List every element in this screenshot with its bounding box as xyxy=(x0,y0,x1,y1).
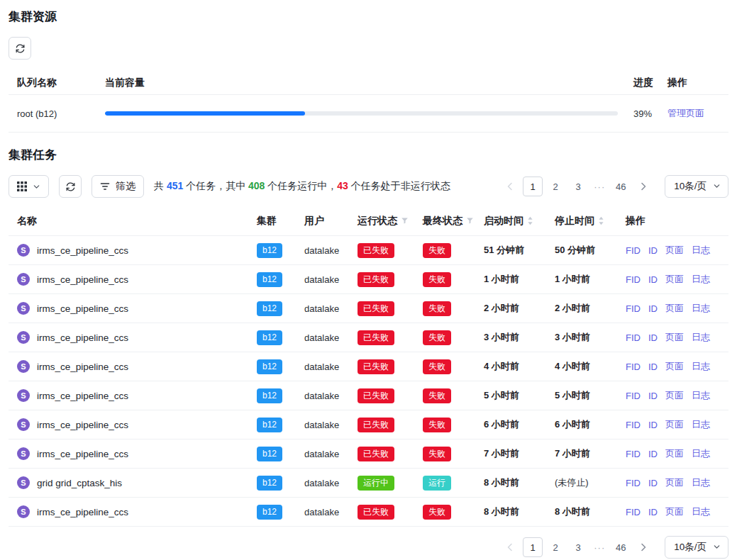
action-id-link[interactable]: ID xyxy=(648,332,658,343)
cluster-badge: b12 xyxy=(257,476,282,491)
action-page-link[interactable]: 页面 xyxy=(665,331,684,344)
task-type-icon: S xyxy=(17,244,30,257)
pagination-page-2[interactable]: 2 xyxy=(545,177,565,196)
action-fid-link[interactable]: FID xyxy=(626,245,641,256)
action-page-link[interactable]: 页面 xyxy=(665,476,684,489)
layout-grid-button[interactable] xyxy=(9,175,49,198)
pagination-page-1[interactable]: 1 xyxy=(523,177,543,196)
action-log-link[interactable]: 日志 xyxy=(692,418,710,431)
action-log-link[interactable]: 日志 xyxy=(692,244,710,257)
col-queue-name: 队列名称 xyxy=(17,77,105,89)
action-page-link[interactable]: 页面 xyxy=(665,302,684,315)
action-fid-link[interactable]: FID xyxy=(626,362,641,372)
stop-time: 5 小时前 xyxy=(555,389,626,402)
action-log-link[interactable]: 日志 xyxy=(692,331,710,344)
action-fid-link[interactable]: FID xyxy=(626,507,641,517)
action-fid-link[interactable]: FID xyxy=(626,274,641,285)
pagination-prev[interactable] xyxy=(500,537,520,557)
task-user: datalake xyxy=(304,449,358,459)
action-page-link[interactable]: 页面 xyxy=(665,505,684,518)
col-action: 操作 xyxy=(660,77,720,89)
action-log-link[interactable]: 日志 xyxy=(692,447,710,460)
pagination-page-1[interactable]: 1 xyxy=(523,537,543,557)
cluster-badge: b12 xyxy=(257,418,282,432)
task-user: datalake xyxy=(304,391,358,401)
run-status-badge: 已失败 xyxy=(358,243,394,258)
run-status-badge: 运行中 xyxy=(358,476,394,491)
action-id-link[interactable]: ID xyxy=(648,362,658,372)
task-user: datalake xyxy=(304,420,358,430)
table-row: S irms_ce_pipeline_ccs b12 datalake 已失败 … xyxy=(9,294,728,323)
pagination-next[interactable] xyxy=(633,537,653,557)
action-page-link[interactable]: 页面 xyxy=(665,418,684,431)
action-page-link[interactable]: 页面 xyxy=(665,389,684,402)
pagination-page-3[interactable]: 3 xyxy=(568,537,588,557)
table-row: S irms_ce_pipeline_ccs b12 datalake 已失败 … xyxy=(9,410,728,439)
action-id-link[interactable]: ID xyxy=(648,449,658,459)
task-name: irms_ce_pipeline_ccs xyxy=(37,303,128,314)
filter-funnel-icon[interactable] xyxy=(466,217,474,225)
action-log-link[interactable]: 日志 xyxy=(692,273,710,286)
action-page-link[interactable]: 页面 xyxy=(665,360,684,373)
final-status-badge: 失败 xyxy=(423,301,451,316)
action-id-link[interactable]: ID xyxy=(648,420,658,430)
action-log-link[interactable]: 日志 xyxy=(692,505,710,518)
pagination-page-46[interactable]: 46 xyxy=(611,177,631,196)
action-page-link[interactable]: 页面 xyxy=(665,447,684,460)
action-id-link[interactable]: ID xyxy=(648,274,658,285)
start-time: 1 小时前 xyxy=(484,273,555,286)
task-name: irms_ce_pipeline_ccs xyxy=(37,245,128,256)
pagination-page-3[interactable]: 3 xyxy=(568,177,588,196)
row-actions: FIDID页面日志 xyxy=(626,360,720,373)
final-status-badge: 失败 xyxy=(423,418,451,432)
action-log-link[interactable]: 日志 xyxy=(692,360,710,373)
action-fid-link[interactable]: FID xyxy=(626,332,641,343)
page-size-select[interactable]: 10条/页 xyxy=(665,175,728,198)
progress-fill xyxy=(105,111,305,116)
action-fid-link[interactable]: FID xyxy=(626,391,641,401)
manage-page-link[interactable]: 管理页面 xyxy=(667,108,704,118)
final-status-badge: 失败 xyxy=(423,447,451,461)
action-log-link[interactable]: 日志 xyxy=(692,389,710,402)
task-name: irms_ce_pipeline_ccs xyxy=(37,420,128,430)
resources-refresh-button[interactable] xyxy=(9,37,31,60)
pagination-page-2[interactable]: 2 xyxy=(545,537,565,557)
action-fid-link[interactable]: FID xyxy=(626,303,641,314)
filter-button[interactable]: 筛选 xyxy=(92,175,144,198)
sort-icon[interactable] xyxy=(598,216,604,225)
start-time: 3 小时前 xyxy=(484,331,555,344)
action-page-link[interactable]: 页面 xyxy=(665,244,684,257)
action-id-link[interactable]: ID xyxy=(648,303,658,314)
action-fid-link[interactable]: FID xyxy=(626,478,641,488)
final-status-badge: 失败 xyxy=(423,359,451,374)
action-id-link[interactable]: ID xyxy=(648,391,658,401)
pagination-page-46[interactable]: 46 xyxy=(611,537,631,557)
action-id-link[interactable]: ID xyxy=(648,478,658,488)
pagination-ellipsis[interactable]: ··· xyxy=(591,181,608,192)
tasks-refresh-button[interactable] xyxy=(59,175,82,198)
pagination-prev[interactable] xyxy=(500,177,520,196)
action-log-link[interactable]: 日志 xyxy=(692,476,710,489)
action-fid-link[interactable]: FID xyxy=(626,449,641,459)
action-id-link[interactable]: ID xyxy=(648,507,658,517)
col-cluster: 集群 xyxy=(257,215,304,228)
table-row: S irms_ce_pipeline_ccs b12 datalake 已失败 … xyxy=(9,323,728,352)
filter-icon xyxy=(100,181,110,191)
sort-icon[interactable] xyxy=(527,216,533,225)
col-label: 停止时间 xyxy=(555,215,594,228)
task-type-icon: S xyxy=(17,389,30,402)
row-actions: FIDID页面日志 xyxy=(626,476,720,489)
action-page-link[interactable]: 页面 xyxy=(665,273,684,286)
action-id-link[interactable]: ID xyxy=(648,245,658,256)
pagination-next[interactable] xyxy=(633,177,653,196)
progress-value: 39% xyxy=(618,108,660,119)
pagination-ellipsis[interactable]: ··· xyxy=(591,542,608,553)
action-fid-link[interactable]: FID xyxy=(626,420,641,430)
progress-track xyxy=(105,111,618,116)
page-size-select[interactable]: 10条/页 xyxy=(665,536,728,559)
table-row: S irms_ce_pipeline_ccs b12 datalake 已失败 … xyxy=(9,352,728,381)
action-log-link[interactable]: 日志 xyxy=(692,302,710,315)
table-row: S irms_ce_pipeline_ccs b12 datalake 已失败 … xyxy=(9,498,728,527)
filter-funnel-icon[interactable] xyxy=(401,217,409,225)
col-label: 集群 xyxy=(257,215,277,228)
